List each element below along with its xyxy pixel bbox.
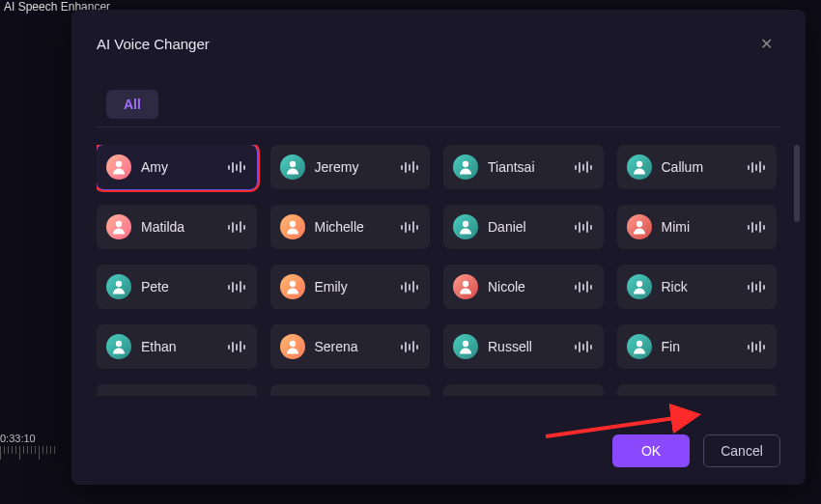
- svg-point-1: [289, 161, 295, 167]
- avatar-icon: [627, 154, 652, 180]
- svg-point-15: [636, 341, 641, 347]
- voice-name: Emily: [315, 279, 402, 294]
- voice-card[interactable]: Fin: [617, 324, 778, 369]
- voice-name: Michelle: [315, 219, 402, 235]
- svg-point-6: [463, 221, 468, 227]
- voice-card[interactable]: Mimi: [617, 205, 778, 249]
- avatar-icon: [627, 274, 652, 299]
- avatar-icon: [106, 214, 131, 239]
- svg-point-14: [463, 341, 468, 347]
- voice-name: Rick: [662, 279, 749, 294]
- voice-card[interactable]: Callum: [617, 145, 778, 189]
- audio-wave-icon[interactable]: [228, 340, 245, 353]
- avatar-icon: [106, 154, 131, 180]
- voice-name: Amy: [141, 159, 228, 175]
- voice-name: Mimi: [662, 219, 749, 235]
- svg-point-2: [463, 161, 468, 167]
- modal-footer: OK Cancel: [97, 434, 780, 467]
- audio-wave-icon[interactable]: [575, 160, 592, 174]
- voice-name: Matilda: [141, 219, 228, 235]
- avatar-icon: [453, 214, 478, 239]
- voice-card[interactable]: Matilda: [97, 205, 257, 249]
- voice-card[interactable]: Rick: [617, 265, 778, 309]
- audio-wave-icon[interactable]: [575, 340, 592, 353]
- svg-point-9: [289, 281, 295, 287]
- audio-wave-icon[interactable]: [228, 160, 245, 174]
- avatar-icon: [280, 274, 305, 299]
- svg-point-11: [636, 281, 641, 287]
- voice-row-peek: [97, 384, 777, 396]
- close-icon[interactable]: ✕: [752, 31, 780, 57]
- voice-name: Ethan: [141, 339, 228, 354]
- svg-point-7: [636, 221, 641, 227]
- avatar-icon: [453, 274, 478, 299]
- audio-wave-icon[interactable]: [228, 280, 245, 294]
- svg-point-8: [116, 281, 122, 287]
- svg-point-10: [463, 281, 468, 287]
- svg-point-5: [289, 221, 295, 227]
- voice-card[interactable]: Jeremy: [270, 145, 431, 189]
- audio-wave-icon[interactable]: [401, 160, 418, 174]
- audio-wave-icon[interactable]: [575, 280, 592, 294]
- ok-button[interactable]: OK: [612, 434, 690, 467]
- svg-point-13: [289, 341, 295, 347]
- avatar-icon: [106, 334, 131, 359]
- svg-point-4: [116, 221, 122, 227]
- avatar-icon: [453, 154, 478, 180]
- voice-card[interactable]: Emily: [270, 265, 431, 309]
- voice-card[interactable]: Pete: [97, 265, 257, 309]
- voice-name: Tiantsai: [488, 159, 575, 175]
- voice-card[interactable]: Nicole: [443, 265, 604, 309]
- timeline-time: 0:33:10: [0, 433, 55, 444]
- avatar-icon: [280, 214, 305, 239]
- voice-name: Jeremy: [315, 159, 402, 175]
- tab-row: All: [97, 90, 780, 127]
- timeline: 0:33:10: [0, 433, 55, 460]
- voice-card[interactable]: Michelle: [270, 205, 431, 249]
- svg-point-0: [116, 161, 122, 167]
- voice-name: Callum: [662, 159, 749, 175]
- audio-wave-icon[interactable]: [575, 220, 592, 234]
- voice-card[interactable]: Serena: [270, 324, 431, 369]
- audio-wave-icon[interactable]: [401, 280, 418, 294]
- voice-changer-modal: AI Voice Changer ✕ All AmyJeremyTiantsai…: [71, 10, 806, 485]
- scrollbar-thumb[interactable]: [794, 145, 800, 222]
- audio-wave-icon[interactable]: [748, 280, 765, 294]
- avatar-icon: [106, 274, 131, 299]
- avatar-icon: [453, 334, 478, 359]
- voice-name: Daniel: [488, 219, 575, 235]
- voice-name: Fin: [662, 339, 749, 354]
- avatar-icon: [627, 334, 652, 359]
- modal-header: AI Voice Changer ✕: [97, 31, 780, 57]
- audio-wave-icon[interactable]: [748, 220, 765, 234]
- voice-grid: AmyJeremyTiantsaiCallumMatildaMichelleDa…: [97, 145, 780, 421]
- voice-card[interactable]: Tiantsai: [443, 145, 604, 189]
- modal-title: AI Voice Changer: [97, 36, 210, 52]
- voice-card[interactable]: Russell: [443, 324, 604, 369]
- cancel-button[interactable]: Cancel: [703, 434, 780, 467]
- tab-all[interactable]: All: [106, 90, 158, 119]
- voice-name: Serena: [315, 339, 402, 354]
- audio-wave-icon[interactable]: [748, 160, 765, 174]
- audio-wave-icon[interactable]: [748, 340, 765, 353]
- audio-wave-icon[interactable]: [401, 220, 418, 234]
- avatar-icon: [627, 214, 652, 239]
- voice-card[interactable]: Daniel: [443, 205, 604, 249]
- voice-card[interactable]: Ethan: [97, 324, 257, 369]
- timeline-ticks: [0, 446, 55, 460]
- voice-card[interactable]: Amy: [97, 145, 257, 189]
- voice-name: Pete: [141, 279, 228, 294]
- voice-name: Nicole: [488, 279, 575, 294]
- audio-wave-icon[interactable]: [401, 340, 418, 353]
- voice-name: Russell: [488, 339, 575, 354]
- avatar-icon: [280, 334, 305, 359]
- scrollbar[interactable]: [794, 145, 800, 396]
- avatar-icon: [280, 154, 305, 180]
- audio-wave-icon[interactable]: [228, 220, 245, 234]
- svg-point-3: [636, 161, 641, 167]
- svg-point-12: [116, 341, 122, 347]
